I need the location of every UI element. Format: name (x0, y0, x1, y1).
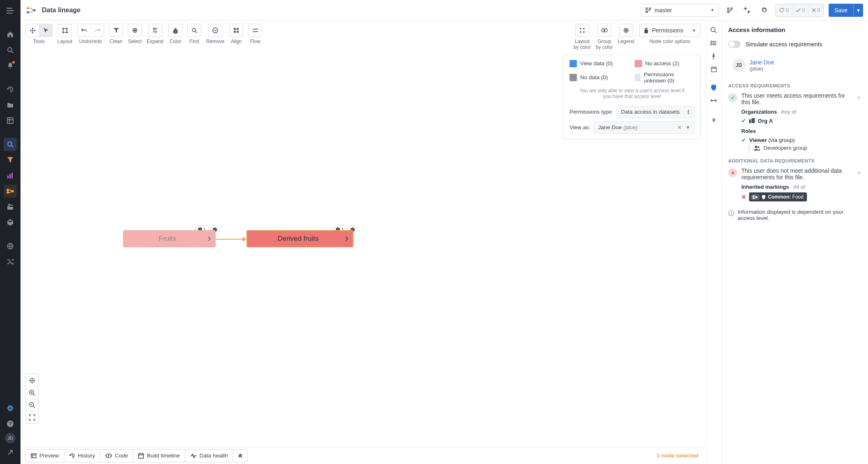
status-pills: 0 0 0 (775, 4, 824, 17)
move-tool[interactable] (26, 24, 39, 37)
flow-button[interactable] (248, 24, 262, 37)
undo-button[interactable] (77, 24, 91, 37)
pin-sidepanel-icon[interactable] (708, 50, 720, 62)
svg-point-24 (62, 28, 64, 29)
legend-panel: View data (0) No access (2) No data (0) … (563, 55, 701, 139)
collapse-icon[interactable]: ⌃ (857, 171, 861, 177)
status-checks[interactable]: 0 (792, 4, 808, 16)
settings-icon[interactable] (758, 4, 770, 16)
zoom-in-button[interactable] (26, 386, 38, 399)
viewer-role-line: ✓ Viewer (via group) (741, 137, 861, 143)
svg-point-37 (583, 28, 585, 30)
lineage-canvas[interactable]: View data (0) No access (2) No data (0) … (21, 50, 706, 447)
layout-by-color-button[interactable] (576, 24, 589, 37)
tab-history[interactable]: History (64, 449, 100, 462)
folders-icon[interactable] (4, 200, 17, 213)
svg-rect-32 (234, 28, 236, 30)
folder-icon[interactable] (4, 98, 17, 112)
search-icon[interactable] (4, 43, 17, 57)
remove-button[interactable] (209, 24, 222, 37)
lineage-icon[interactable] (4, 185, 17, 198)
svg-point-53 (711, 44, 711, 45)
search-data-icon[interactable] (4, 138, 17, 151)
find-button[interactable] (188, 24, 201, 37)
history-icon[interactable] (4, 83, 17, 96)
user-avatar-rail[interactable]: JD (5, 433, 16, 443)
tab-build-timeline[interactable]: Build timeline (133, 449, 185, 462)
expand-icon[interactable] (4, 446, 17, 459)
view-as-select[interactable]: Jane Doe (jdoe) ✕▼ (594, 121, 695, 134)
expand-button[interactable] (148, 24, 162, 37)
node-fruits[interactable]: Fruits (123, 230, 216, 247)
fit-button[interactable] (26, 411, 38, 423)
user-card: JD Jane Doe (jdoe) (728, 55, 861, 75)
zoom-out-button[interactable] (26, 399, 38, 411)
svg-point-50 (711, 27, 715, 32)
align-button[interactable] (230, 24, 243, 37)
color-button[interactable] (169, 24, 182, 37)
simulate-toggle[interactable] (728, 41, 740, 48)
clear-icon[interactable]: ✕ (677, 124, 682, 130)
svg-rect-1 (7, 118, 13, 123)
section-access-req: ACCESS REQUIREMENTS (722, 79, 868, 91)
x-icon: ✕ (741, 194, 746, 200)
svg-rect-34 (234, 31, 236, 33)
globe-icon[interactable] (4, 240, 17, 253)
menu-icon[interactable] (4, 4, 17, 17)
home-icon[interactable] (4, 28, 17, 41)
status-fails[interactable]: 0 (808, 4, 823, 16)
select-tool[interactable] (39, 24, 52, 37)
svg-rect-33 (237, 28, 239, 30)
shuffle-icon[interactable] (4, 255, 17, 268)
svg-point-61 (756, 197, 757, 198)
group-by-color-button[interactable] (598, 24, 611, 37)
legend-no-access: No access (2) (635, 60, 695, 67)
tab-code[interactable]: Code (100, 449, 133, 462)
layout-tool[interactable] (58, 24, 71, 37)
select-button[interactable] (128, 24, 141, 37)
svg-point-2 (8, 142, 12, 146)
status-refresh[interactable]: 0 (776, 4, 792, 16)
org-icon (749, 118, 755, 123)
svg-point-30 (192, 28, 196, 32)
save-dropdown-icon[interactable]: ▾ (853, 4, 863, 17)
branch-selector[interactable]: master ▼ (641, 4, 719, 17)
chevron-down-icon: ▼ (710, 8, 714, 12)
calendar-sidepanel-icon[interactable] (708, 63, 720, 75)
svg-rect-55 (749, 119, 751, 123)
chevron-right-icon[interactable] (345, 236, 349, 242)
branch-action-icon[interactable] (724, 4, 736, 16)
collapse-icon[interactable]: ⌃ (857, 96, 861, 102)
group-icon (754, 146, 760, 151)
help-icon[interactable]: ? (4, 417, 17, 430)
filter-icon[interactable] (4, 153, 17, 167)
chart-icon[interactable] (4, 169, 17, 182)
access-req-row: ✓ This user meets access requirements fo… (722, 91, 868, 108)
chevron-right-icon[interactable] (207, 236, 211, 242)
shield-sidepanel-icon[interactable] (708, 81, 720, 94)
search-sidepanel-icon[interactable] (708, 24, 720, 36)
layout-icon[interactable] (4, 114, 17, 127)
user-name-link[interactable]: Jane Doe (750, 59, 774, 66)
legend-perm-unknown: Permissions unknown (0) (635, 71, 695, 84)
collapse-tabs-button[interactable] (233, 449, 248, 462)
permissions-type-select[interactable]: Data access in datasets ▲▼ (617, 106, 695, 118)
marking-tag[interactable]: Common: Food (749, 192, 807, 201)
legend-button[interactable] (620, 24, 633, 37)
notifications-icon[interactable] (4, 59, 17, 72)
locate-button[interactable] (26, 374, 38, 386)
svg-rect-3 (7, 176, 9, 178)
package-icon[interactable] (4, 216, 17, 229)
tab-data-health[interactable]: Data health (185, 449, 233, 462)
resize-sidepanel-icon[interactable] (708, 94, 720, 107)
tab-preview[interactable]: Preview (25, 449, 64, 462)
more-sidepanel-icon[interactable] (708, 114, 720, 126)
clean-button[interactable] (109, 24, 123, 37)
atom-icon[interactable] (4, 402, 17, 415)
save-button[interactable]: Save ▾ (829, 4, 863, 17)
keyboard-icon[interactable] (741, 4, 753, 16)
permissions-selector[interactable]: Permissions ▼ (639, 24, 701, 37)
node-derived-fruits[interactable]: Derived fruits (246, 230, 353, 247)
list-sidepanel-icon[interactable] (708, 37, 720, 49)
redo-button[interactable] (91, 24, 104, 37)
